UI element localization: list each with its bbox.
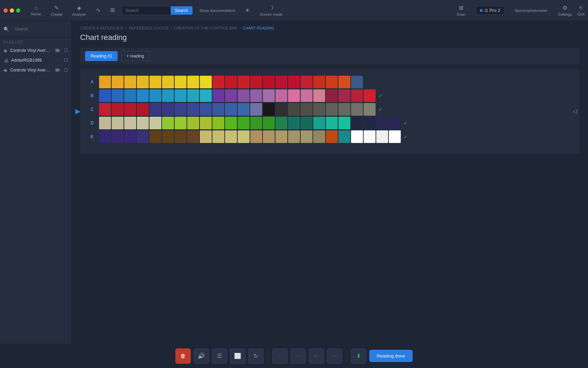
refresh-button[interactable]: ↻ xyxy=(248,348,264,364)
nav-prev-button[interactable]: ← xyxy=(272,348,288,364)
device-info: i1 Pro 2 xyxy=(476,6,504,15)
search-input[interactable] xyxy=(122,6,171,15)
color-cell xyxy=(250,117,262,129)
color-cell xyxy=(124,103,136,116)
settings-button[interactable]: ⚙ Settings xyxy=(558,5,572,16)
sidebar-item-file2-check: ☐ xyxy=(64,58,68,63)
color-cell xyxy=(200,117,212,129)
color-cell xyxy=(112,130,124,143)
nav-home[interactable]: ⌂ Home xyxy=(26,3,46,18)
sidebar-item-file2-badge xyxy=(54,60,61,61)
nav-scan[interactable]: ⊠ Scan xyxy=(452,3,470,18)
color-cell xyxy=(225,117,237,129)
tab-reading-1[interactable]: Reading #1 xyxy=(85,51,118,61)
nav-scan-label: Scan xyxy=(457,12,465,16)
nav-next-button[interactable]: → xyxy=(290,348,306,364)
color-cell xyxy=(376,117,388,129)
nav-sun[interactable]: ☀ xyxy=(240,6,255,15)
sidebar-search-input[interactable] xyxy=(11,24,71,34)
color-cell xyxy=(162,103,174,116)
color-cell xyxy=(389,130,401,143)
separator xyxy=(268,351,268,361)
color-cell xyxy=(326,76,338,88)
chart-row-d: D xyxy=(91,117,569,129)
nav-create[interactable]: ✎ Create xyxy=(46,3,67,18)
chart-nav-arrow-right[interactable]: ◁ xyxy=(573,108,577,115)
sidebar-item-file2[interactable]: 🖨 AdobeRGB1998 ☐ xyxy=(0,55,71,65)
nav-spectrophotometer[interactable]: Spectrophotometer xyxy=(510,7,553,14)
color-cell xyxy=(364,103,376,116)
color-cell xyxy=(351,76,363,88)
sound-button[interactable]: 🔊 xyxy=(194,348,209,364)
color-cell xyxy=(275,117,287,129)
search-button[interactable]: Search xyxy=(171,6,192,15)
color-cell xyxy=(175,89,187,102)
maximize-button[interactable] xyxy=(16,8,20,13)
layers2-icon: ◈ xyxy=(4,67,7,73)
nav-show-doc-label: Show documentation xyxy=(200,8,236,13)
color-cell xyxy=(175,117,187,129)
nav-layers[interactable]: ⊞ xyxy=(105,5,120,16)
exit-button[interactable]: ⎋ Quit xyxy=(578,5,584,16)
color-cell xyxy=(137,89,149,102)
color-cell xyxy=(99,76,111,88)
color-cell xyxy=(326,130,338,143)
delete-button[interactable]: 🗑 xyxy=(175,348,191,364)
color-cell xyxy=(112,76,124,88)
breadcrumb-item-2: REFERENCE CHOICE xyxy=(129,26,169,30)
sidebar-item-file1-check: ☐ xyxy=(64,48,68,53)
sidebar-item-file1[interactable]: ◈ Controle Vinyl Avery - ... 99 ☐ xyxy=(0,46,71,55)
nav-create-label: Create xyxy=(51,12,62,16)
nav-wave[interactable]: ∿ xyxy=(91,5,105,16)
nav-analyse[interactable]: ◈ Analyse xyxy=(67,3,91,18)
analyse-icon: ◈ xyxy=(77,5,81,11)
exit-icon: ⎋ xyxy=(579,5,583,11)
color-cell xyxy=(137,76,149,88)
color-cell xyxy=(162,130,174,143)
sidebar-item-file1-badge: 99 xyxy=(54,48,61,53)
search-area: Search xyxy=(122,6,192,15)
color-cell xyxy=(124,130,136,143)
sidebar: 🔍 ▾ FILES LIST ◈ Controle Vinyl Avery - … xyxy=(0,21,72,368)
topbar: ⌂ Home ✎ Create ◈ Analyse ∿ ⊞ Search Sho… xyxy=(0,0,588,21)
sidebar-item-file3[interactable]: ◈ Controle Vinyl Avery - ... 99 ☐ xyxy=(0,65,71,75)
tab-add-reading[interactable]: + reading xyxy=(121,51,149,61)
nav-end-button[interactable]: ⇥ xyxy=(327,348,342,364)
color-cell xyxy=(288,130,300,143)
color-cell xyxy=(175,130,187,143)
color-cell xyxy=(99,130,111,143)
close-button[interactable] xyxy=(4,8,8,13)
color-cell xyxy=(99,103,111,116)
nav-screen-mode-label: Screen mode xyxy=(260,12,282,16)
reading-done-button[interactable]: Reading done xyxy=(369,350,413,362)
page-title: Chart reading xyxy=(72,32,588,48)
color-cell xyxy=(301,76,313,88)
sidebar-item-file3-badge: 99 xyxy=(54,68,61,73)
download-button[interactable]: ⬇ xyxy=(351,348,366,364)
list-button[interactable]: ☰ xyxy=(212,348,227,364)
minimize-button[interactable] xyxy=(10,8,14,13)
nav-start-button[interactable]: ⇤ xyxy=(309,348,324,364)
chart-nav-left[interactable]: ▶ xyxy=(75,107,80,115)
square-button[interactable]: ⬜ xyxy=(230,348,245,364)
color-cell xyxy=(301,103,313,116)
color-cell xyxy=(263,103,275,116)
color-cell xyxy=(313,89,325,102)
row-c-check: ✓ xyxy=(377,107,384,112)
color-cell xyxy=(200,76,212,88)
chart-row-b: B xyxy=(91,89,569,102)
refresh-icon: ↻ xyxy=(253,353,258,359)
breadcrumb-item-1: CREATE A REFERENCE xyxy=(80,26,124,30)
color-cell xyxy=(275,76,287,88)
nav-screen-mode[interactable]: ☽ Screen mode xyxy=(255,3,287,18)
color-cell xyxy=(187,117,199,129)
nav-show-doc[interactable]: Show documentation xyxy=(195,7,240,14)
color-cell xyxy=(338,117,350,129)
row-label-a: A xyxy=(91,80,98,84)
color-cell xyxy=(263,76,275,88)
color-cell xyxy=(187,89,199,102)
color-cell xyxy=(225,103,237,116)
spectrophotometer-label: Spectrophotometer xyxy=(515,8,548,13)
color-cell xyxy=(275,130,287,143)
color-cell xyxy=(376,130,388,143)
